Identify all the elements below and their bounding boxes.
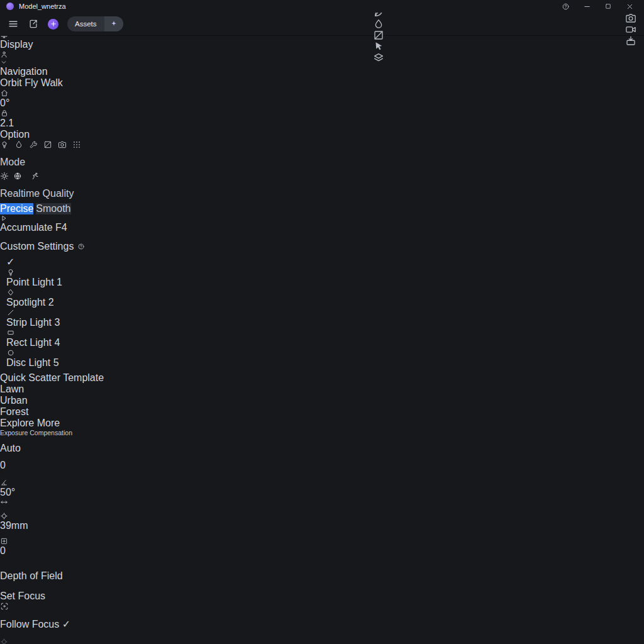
scatter-template-urban[interactable]: Urban (0, 395, 206, 406)
custom-settings-help-icon[interactable] (77, 243, 85, 250)
mode-motion-icon[interactable] (31, 172, 40, 180)
screenshot-icon[interactable] (625, 13, 636, 24)
light-tool-row[interactable]: Disc Light 5 (6, 348, 99, 369)
set-focus-label: Set Focus (0, 591, 45, 601)
precise-button[interactable]: Precise (0, 203, 33, 214)
exposure-panel: Exposure Compensation Auto 0 50° 39mm 0 … (0, 429, 94, 644)
import-model-icon[interactable] (28, 18, 39, 30)
focal-length-icon (0, 512, 94, 520)
main-toolbar: Assets (0, 13, 644, 36)
fov-field[interactable]: 50° (0, 487, 40, 498)
show-lights-icon[interactable] (0, 140, 9, 149)
show-camera-icon[interactable] (58, 140, 67, 149)
height-field[interactable]: 2.1 (0, 118, 93, 129)
light-tools-panel: ✓ Point Light 1 Spotlight 2 Strip Light … (0, 252, 106, 372)
mode-label: Mode (0, 157, 96, 168)
rect-light-icon (6, 328, 99, 337)
section-tool-icon[interactable] (373, 30, 384, 41)
accumulate-button[interactable]: Accumulate F4 (0, 214, 96, 233)
close-button[interactable] (621, 1, 638, 12)
explore-more-link[interactable]: Explore More (0, 418, 206, 429)
water-tool-icon[interactable] (373, 18, 384, 30)
camera-height-icon (0, 109, 93, 118)
app-window: Model_wnetrza Assets (0, 0, 644, 644)
window-title: Model_wnetrza (19, 3, 66, 10)
strip-light-icon (6, 308, 99, 317)
set-focus-icon[interactable] (0, 602, 94, 611)
focal-length-field[interactable]: 39mm (0, 520, 94, 531)
point-light-icon (6, 268, 99, 277)
render-video-icon[interactable] (625, 24, 636, 35)
ev-icon (0, 537, 94, 545)
pitch-field[interactable]: 0° (0, 97, 93, 109)
export-icon[interactable] (625, 35, 636, 47)
scatter-panel: Quick Scatter Template Lawn Urban Forest… (0, 372, 206, 429)
select-tool-icon[interactable] (373, 41, 384, 52)
fov-icon (0, 479, 94, 487)
quality-label: Realtime Quality (0, 188, 96, 199)
exposure-value-field[interactable]: 0 (0, 460, 94, 471)
option-panel: Option Mode Realtime Quality Precise Smo… (0, 129, 96, 252)
help-button[interactable] (557, 1, 574, 12)
light-tool-row[interactable]: Rect Light 4 (6, 328, 99, 348)
light-tool-row[interactable]: ✓ Point Light 1 (6, 256, 99, 288)
fly-button[interactable]: Fly (25, 77, 38, 88)
menu-icon[interactable] (8, 18, 19, 30)
walkthrough-dropdown[interactable] (0, 50, 644, 66)
maximize-button[interactable] (600, 1, 616, 12)
scatter-tool-icon[interactable] (373, 52, 384, 64)
scatter-template-lawn[interactable]: Lawn (0, 384, 206, 395)
navigation-title: Navigation (0, 66, 93, 77)
add-asset-button[interactable] (48, 19, 58, 30)
follow-focus-checkbox[interactable]: ✓ (62, 619, 70, 630)
spotlight-icon (6, 288, 99, 297)
mode-lit-icon[interactable] (0, 172, 9, 180)
auto-label: Auto (0, 443, 21, 453)
assets-label: Assets (67, 20, 104, 28)
disc-light-icon (6, 348, 99, 357)
scatter-template-forest[interactable]: Forest (0, 406, 206, 418)
app-logo-icon (6, 3, 14, 10)
dof-label: Depth of Field (0, 570, 63, 581)
walk-button[interactable]: Walk (41, 77, 63, 88)
camera-pitch-icon (0, 89, 93, 97)
option-title: Option (0, 129, 96, 140)
check-icon: ✓ (6, 257, 14, 267)
show-water-icon[interactable] (14, 140, 23, 149)
show-grid-icon[interactable] (72, 140, 81, 149)
show-tools-icon[interactable] (29, 140, 38, 149)
ai-assets-icon[interactable] (104, 16, 123, 31)
smooth-button[interactable]: Smooth (36, 203, 70, 214)
titlebar: Model_wnetrza (0, 0, 644, 13)
minimize-button[interactable] (579, 1, 595, 12)
navigation-panel: Navigation Orbit Fly Walk 0° 2.1 (0, 66, 93, 129)
navigation-modes: Orbit Fly Walk (0, 77, 93, 89)
light-tool-row[interactable]: Spotlight 2 (6, 288, 99, 308)
custom-settings-label: Custom Settings (0, 241, 74, 252)
fov-range-icon[interactable] (0, 498, 94, 506)
mode-geo-icon[interactable] (13, 172, 22, 180)
show-section-icon[interactable] (43, 140, 52, 149)
ev-field[interactable]: 0 (0, 545, 94, 557)
focus-distance-icon (0, 638, 94, 644)
light-tool-row[interactable]: Strip Light 3 (6, 308, 99, 328)
assets-button[interactable]: Assets (67, 16, 123, 31)
follow-focus-label: Follow Focus (0, 619, 59, 630)
scatter-title: Quick Scatter Template (0, 372, 206, 384)
orbit-button[interactable]: Orbit (0, 77, 22, 88)
exposure-title: Exposure Compensation (0, 429, 94, 436)
